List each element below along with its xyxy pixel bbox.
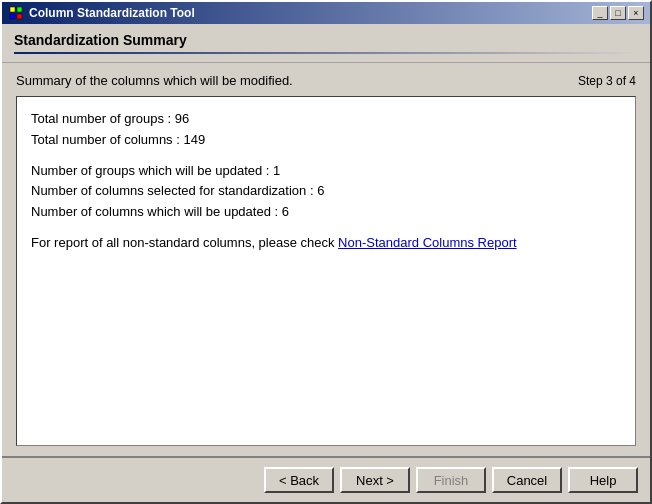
minimize-button[interactable]: _	[592, 6, 608, 20]
summary-line-4: Number of columns selected for standardi…	[31, 181, 621, 202]
help-button[interactable]: Help	[568, 467, 638, 493]
panel-title: Standardization Summary	[14, 32, 638, 48]
spacer-2	[31, 223, 621, 233]
main-window: Column Standardization Tool _ □ × Standa…	[0, 0, 652, 504]
summary-line-link: For report of all non-standard columns, …	[31, 233, 621, 254]
summary-line-5: Number of columns which will be updated …	[31, 202, 621, 223]
window-controls: _ □ ×	[592, 6, 644, 20]
svg-rect-2	[10, 14, 15, 19]
svg-rect-3	[17, 14, 22, 19]
spacer-1	[31, 151, 621, 161]
window-title: Column Standardization Tool	[29, 6, 195, 20]
panel-header: Standardization Summary	[2, 24, 650, 63]
finish-button[interactable]: Finish	[416, 467, 486, 493]
header-divider	[14, 52, 638, 54]
summary-box: Total number of groups : 96 Total number…	[16, 96, 636, 446]
cancel-button[interactable]: Cancel	[492, 467, 562, 493]
title-bar-left: Column Standardization Tool	[8, 5, 195, 21]
svg-rect-1	[17, 7, 22, 12]
back-button[interactable]: < Back	[264, 467, 334, 493]
title-bar: Column Standardization Tool _ □ ×	[2, 2, 650, 24]
non-standard-report-link[interactable]: Non-Standard Columns Report	[338, 235, 516, 250]
summary-line-2: Total number of columns : 149	[31, 130, 621, 151]
summary-line-1: Total number of groups : 96	[31, 109, 621, 130]
summary-line-3: Number of groups which will be updated :…	[31, 161, 621, 182]
close-button[interactable]: ×	[628, 6, 644, 20]
svg-rect-0	[10, 7, 15, 12]
step-indicator: Step 3 of 4	[578, 74, 636, 88]
maximize-button[interactable]: □	[610, 6, 626, 20]
app-icon	[8, 5, 24, 21]
main-content: Summary of the columns which will be mod…	[2, 63, 650, 456]
next-button[interactable]: Next >	[340, 467, 410, 493]
step-description: Summary of the columns which will be mod…	[16, 73, 293, 88]
step-row: Summary of the columns which will be mod…	[16, 73, 636, 88]
footer: < Back Next > Finish Cancel Help	[2, 456, 650, 502]
link-prefix: For report of all non-standard columns, …	[31, 235, 338, 250]
